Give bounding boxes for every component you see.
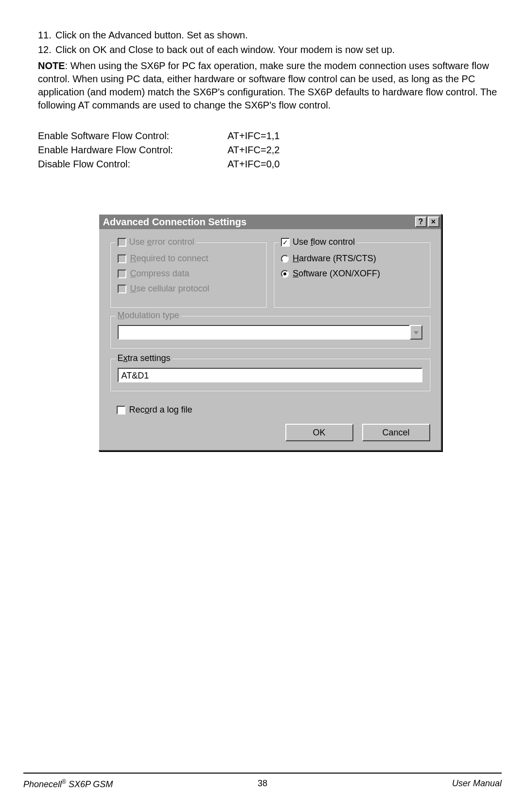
modulation-type-group: Modulation type xyxy=(110,315,430,348)
footer-product-name: Phonecell xyxy=(23,779,62,789)
extra-settings-input[interactable]: AT&D1 xyxy=(118,368,422,382)
modulation-type-label: Modulation type xyxy=(118,310,179,321)
hardware-radio[interactable] xyxy=(281,255,289,263)
registered-mark: ® xyxy=(62,778,66,785)
at-row-1: Enable Software Flow Control: AT+IFC=1,1 xyxy=(38,130,502,142)
footer-left: Phonecell® SX6P GSM xyxy=(23,778,258,790)
at-row-2-label: Enable Hardware Flow Control: xyxy=(38,144,228,156)
instruction-11: 11.Click on the Advanced button. Set as … xyxy=(38,28,502,42)
extra-settings-label: Extra settings xyxy=(118,353,171,363)
software-label: Software (XON/XOFF) xyxy=(293,269,380,279)
note-label: NOTE xyxy=(38,60,65,71)
required-to-connect-checkbox xyxy=(118,254,126,263)
at-row-3: Disable Flow Control: AT+IFC=0,0 xyxy=(38,159,502,170)
use-error-control-checkbox xyxy=(118,238,126,247)
svg-marker-0 xyxy=(414,331,419,334)
close-button[interactable]: × xyxy=(428,217,439,227)
help-button[interactable]: ? xyxy=(415,217,427,227)
use-flow-control-checkbox[interactable]: ✓ xyxy=(281,238,290,247)
checkmark-icon: ✓ xyxy=(282,239,288,246)
close-icon: × xyxy=(431,218,436,226)
instruction-12-text: Click on OK and Close to back out of eac… xyxy=(55,44,395,55)
note-paragraph: NOTE: When using the SX6P for PC fax ope… xyxy=(38,59,502,112)
modulation-dropdown-button[interactable] xyxy=(410,325,422,340)
software-radio[interactable] xyxy=(281,270,289,278)
extra-settings-group: Extra settings AT&D1 xyxy=(110,358,430,391)
record-log-file-checkbox[interactable] xyxy=(117,406,125,415)
dialog-title: Advanced Connection Settings xyxy=(103,217,414,228)
at-row-1-cmd: AT+IFC=1,1 xyxy=(228,130,280,142)
note-text: : When using the SX6P for PC fax operati… xyxy=(38,60,497,110)
at-row-3-label: Disable Flow Control: xyxy=(38,159,228,170)
instructions-list: 11.Click on the Advanced button. Set as … xyxy=(38,28,502,56)
ok-button-label: OK xyxy=(313,428,325,438)
record-log-file-label: Record a log file xyxy=(129,405,192,415)
hardware-label: Hardware (RTS/CTS) xyxy=(293,253,376,264)
use-cellular-protocol-checkbox xyxy=(118,285,126,293)
cancel-button-label: Cancel xyxy=(382,428,409,438)
titlebar[interactable]: Advanced Connection Settings ? × xyxy=(99,215,441,229)
instruction-11-number: 11. xyxy=(38,28,55,42)
cancel-button[interactable]: Cancel xyxy=(362,424,430,441)
footer-right: User Manual xyxy=(267,778,502,790)
ok-button[interactable]: OK xyxy=(285,424,353,441)
modulation-type-combo[interactable] xyxy=(118,325,422,340)
chevron-down-icon xyxy=(414,329,419,336)
at-row-2-cmd: AT+IFC=2,2 xyxy=(228,144,280,156)
modulation-type-input[interactable] xyxy=(118,325,410,340)
use-cellular-protocol-label: Use cellular protocol xyxy=(130,284,210,294)
page-footer: Phonecell® SX6P GSM 38 User Manual xyxy=(23,773,502,790)
instruction-12: 12.Click on OK and Close to back out of … xyxy=(38,43,502,56)
instruction-11-text: Click on the Advanced button. Set as sho… xyxy=(55,30,248,40)
advanced-connection-settings-dialog: Advanced Connection Settings ? × Use err… xyxy=(98,214,442,451)
page-number: 38 xyxy=(258,778,267,790)
at-row-3-cmd: AT+IFC=0,0 xyxy=(228,159,280,170)
required-to-connect-label: Required to connect xyxy=(130,253,209,264)
compress-data-label: Compress data xyxy=(130,269,190,279)
at-row-1-label: Enable Software Flow Control: xyxy=(38,130,228,142)
at-row-2: Enable Hardware Flow Control: AT+IFC=2,2 xyxy=(38,144,502,156)
instruction-12-number: 12. xyxy=(38,43,55,56)
at-command-table: Enable Software Flow Control: AT+IFC=1,1… xyxy=(38,130,502,170)
error-control-group: Use error control Required to connect Co… xyxy=(110,242,267,307)
use-error-control-label: Use error control xyxy=(129,237,194,247)
flow-control-group: ✓ Use flow control Hardware (RTS/CTS) So… xyxy=(273,242,430,307)
help-icon: ? xyxy=(419,218,423,226)
use-flow-control-label: Use flow control xyxy=(293,237,355,247)
footer-model: SX6P GSM xyxy=(66,779,113,789)
compress-data-checkbox xyxy=(118,270,126,278)
